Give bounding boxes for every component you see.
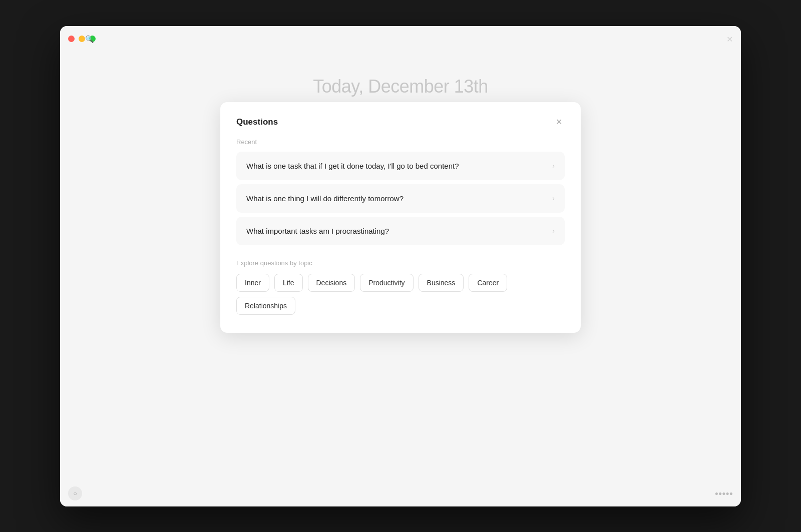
question-text: What is one task that if I get it done t…	[246, 161, 459, 171]
content-area: Today, December 13th Questions ✕ Recent …	[60, 52, 741, 506]
topic-decisions[interactable]: Decisions	[308, 274, 355, 292]
bottom-right-label: ●●●●●	[715, 490, 733, 497]
window-close-icon[interactable]: ✕	[726, 34, 733, 44]
topic-relationships[interactable]: Relationships	[236, 297, 295, 315]
minimize-button[interactable]	[79, 36, 85, 42]
topic-career[interactable]: Career	[469, 274, 507, 292]
chevron-right-icon: ›	[552, 162, 555, 170]
modal-header: Questions ✕	[236, 116, 565, 128]
titlebar: 🔍 ✕	[60, 26, 741, 52]
topic-business[interactable]: Business	[419, 274, 464, 292]
chevron-right-icon: ›	[552, 227, 555, 235]
question-list: What is one task that if I get it done t…	[236, 152, 565, 245]
topic-life[interactable]: Life	[274, 274, 303, 292]
modal-wrapper: Questions ✕ Recent What is one task that…	[220, 102, 581, 333]
modal-close-button[interactable]: ✕	[553, 116, 565, 128]
search-icon[interactable]: 🔍	[85, 35, 94, 43]
topics-grid: Inner Life Decisions Productivity Busine…	[236, 274, 565, 315]
modal-title: Questions	[236, 117, 278, 127]
chevron-right-icon: ›	[552, 194, 555, 202]
topics-label: Explore questions by topic	[236, 259, 565, 267]
bottom-bar: ○ ●●●●●	[68, 486, 733, 500]
topic-inner[interactable]: Inner	[236, 274, 269, 292]
question-item[interactable]: What important tasks am I procrastinatin…	[236, 217, 565, 245]
question-text: What important tasks am I procrastinatin…	[246, 226, 389, 236]
question-text: What is one thing I will do differently …	[246, 193, 404, 204]
question-item[interactable]: What is one thing I will do differently …	[236, 184, 565, 213]
question-item[interactable]: What is one task that if I get it done t…	[236, 152, 565, 180]
close-button[interactable]	[68, 36, 75, 42]
bottom-left-icon[interactable]: ○	[68, 486, 82, 500]
questions-modal: Questions ✕ Recent What is one task that…	[220, 102, 581, 333]
page-title: Today, December 13th	[313, 76, 488, 97]
recent-label: Recent	[236, 138, 565, 146]
mac-window: 🔍 ✕ Today, December 13th Questions ✕ Rec…	[60, 26, 741, 506]
topic-productivity[interactable]: Productivity	[360, 274, 413, 292]
